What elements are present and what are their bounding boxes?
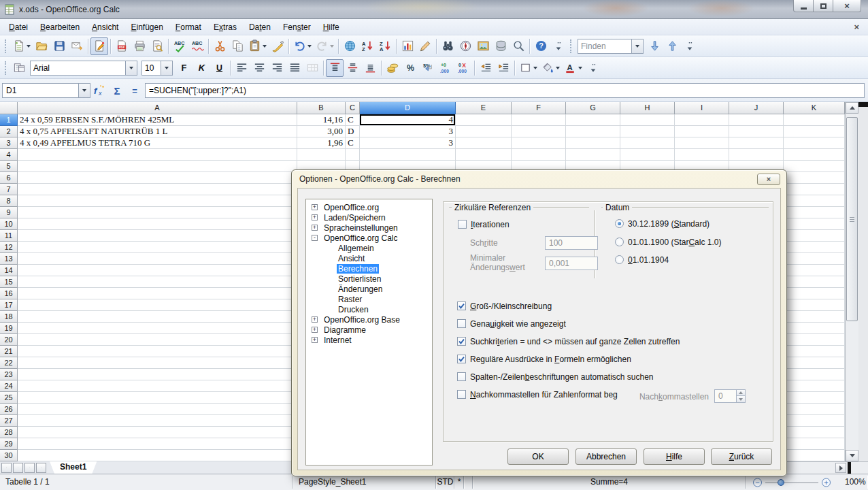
expand-icon[interactable]: + <box>312 204 318 210</box>
background-color-dropdown[interactable] <box>556 67 560 69</box>
font-color-button[interactable]: A <box>562 59 584 77</box>
cell-A3[interactable]: 4 x 0,49 APFELMUS TETRA 710 G <box>18 137 297 149</box>
tree-item-openoffice-org[interactable]: +OpenOffice.org <box>306 202 432 212</box>
cell-K23[interactable] <box>784 369 845 380</box>
cell-A8[interactable] <box>18 195 297 207</box>
minimize-button[interactable] <box>793 0 814 12</box>
cell-A27[interactable] <box>18 415 297 427</box>
date-radio-01-01-1904[interactable]: 01.01.1904 <box>615 255 669 265</box>
cell-K24[interactable] <box>784 380 845 392</box>
close-document-button[interactable]: × <box>850 21 863 33</box>
first-sheet-button[interactable] <box>1 463 12 473</box>
row-header-4[interactable]: 4 <box>0 149 18 161</box>
cell-K26[interactable] <box>784 404 845 415</box>
abbrechen-button[interactable]: Abbrechen <box>575 448 637 465</box>
font-name-input[interactable] <box>31 61 125 75</box>
row-header-16[interactable]: 16 <box>0 288 18 299</box>
status-selection-mode[interactable]: STD <box>437 476 454 489</box>
cell-A20[interactable] <box>18 334 297 346</box>
column-header-I[interactable]: I <box>675 102 729 114</box>
expand-icon[interactable]: + <box>312 316 318 323</box>
cell-K8[interactable] <box>784 195 845 207</box>
horizontal-scrollbar[interactable] <box>787 461 868 474</box>
overflow-button[interactable] <box>550 37 567 55</box>
cell-J4[interactable] <box>729 149 784 161</box>
checkbox-nachkommastellen-f-r-zahlenformat-beg[interactable]: Nachkommastellen für Zahlenformat beg <box>457 390 618 399</box>
valign-bottom-button[interactable] <box>361 59 379 77</box>
borders-dropdown[interactable] <box>533 67 537 69</box>
column-header-K[interactable]: K <box>784 102 845 114</box>
column-header-E[interactable]: E <box>456 102 512 114</box>
cell-G3[interactable] <box>566 137 620 149</box>
redo-dropdown[interactable] <box>330 45 334 48</box>
cell-K4[interactable] <box>784 149 845 161</box>
copy-button[interactable] <box>229 37 246 55</box>
cell-K5[interactable] <box>784 161 845 172</box>
align-justify-button[interactable] <box>286 59 303 77</box>
row-header-10[interactable]: 10 <box>0 218 18 230</box>
checkbox-genauigkeit-wie-angezeigt[interactable]: Genauigkeit wie angezeigt <box>457 319 566 329</box>
close-button[interactable]: × <box>833 0 861 12</box>
cell-K28[interactable] <box>784 427 845 438</box>
menu-extras[interactable]: Extras <box>207 20 243 35</box>
cell-A11[interactable] <box>18 230 297 242</box>
cell-A15[interactable] <box>18 276 297 288</box>
font-color-dropdown[interactable] <box>578 67 582 69</box>
tree-item-drucken[interactable]: Drucken <box>306 304 432 314</box>
italic-button[interactable]: K <box>193 59 210 77</box>
valign-top-button[interactable] <box>326 59 344 77</box>
tree-item-ansicht[interactable]: Ansicht <box>306 253 432 263</box>
grid-corner[interactable] <box>0 102 18 114</box>
find-down-button[interactable] <box>646 37 663 55</box>
cell-I2[interactable] <box>675 126 729 137</box>
scroll-right-button[interactable] <box>835 463 846 473</box>
scroll-up-button[interactable] <box>846 102 858 114</box>
column-header-B[interactable]: B <box>297 102 346 114</box>
column-header-H[interactable]: H <box>620 102 675 114</box>
zoom-slider[interactable]: − + <box>746 476 839 489</box>
menu-daten[interactable]: Daten <box>243 20 277 35</box>
find-dropdown-button[interactable] <box>631 39 643 53</box>
find-replace-button[interactable] <box>439 37 456 55</box>
cell-A26[interactable] <box>18 404 297 415</box>
font-name-dropdown-button[interactable] <box>125 61 137 75</box>
checkbox-suchkriterien-und-m-ssen-auf-ganze-zellen-zutreffen[interactable]: Suchkriterien = und <> müssen auf ganze … <box>457 337 680 346</box>
overflow-button[interactable] <box>681 37 698 55</box>
status-sum[interactable]: Summe=4 <box>473 476 746 489</box>
valign-center-button[interactable] <box>344 59 361 77</box>
row-header-24[interactable]: 24 <box>0 380 18 392</box>
toolbar-gripper[interactable] <box>5 39 7 53</box>
cell-A29[interactable] <box>18 438 297 450</box>
expand-icon[interactable]: + <box>312 327 318 333</box>
cell-A16[interactable] <box>18 288 297 299</box>
percent-button[interactable]: % <box>401 59 419 77</box>
cell-I3[interactable] <box>675 137 729 149</box>
previous-sheet-button[interactable] <box>13 463 23 473</box>
gallery-button[interactable] <box>474 37 492 55</box>
row-header-20[interactable]: 20 <box>0 334 18 346</box>
scroll-down-button[interactable] <box>846 450 858 461</box>
cell-A22[interactable] <box>18 357 297 369</box>
cell-A1[interactable]: 24 x 0,59 ERBSEN S.F./MÖHREN 425ML <box>18 114 297 126</box>
hyperlink-button[interactable] <box>341 37 358 55</box>
row-header-2[interactable]: 2 <box>0 126 18 137</box>
cell-F4[interactable] <box>512 149 566 161</box>
find-up-button[interactable] <box>663 37 681 55</box>
cell-K10[interactable] <box>784 218 845 230</box>
tree-item-internet[interactable]: +Internet <box>306 335 432 345</box>
cell-C4[interactable] <box>346 149 360 161</box>
tree-item-openoffice-org-calc[interactable]: -OpenOffice.org Calc <box>306 233 432 243</box>
cell-K7[interactable] <box>784 184 845 195</box>
cell-K9[interactable] <box>784 207 845 218</box>
cell-A6[interactable] <box>18 172 297 184</box>
cell-B1[interactable]: 14,16 <box>297 114 346 126</box>
expand-icon[interactable]: + <box>312 214 318 220</box>
cell-A12[interactable] <box>18 242 297 253</box>
cell-A28[interactable] <box>18 427 297 438</box>
sum-button[interactable]: Σ <box>108 82 126 99</box>
toolbar-gripper[interactable] <box>570 39 572 53</box>
add-decimal-button[interactable]: +0.000 <box>437 59 454 77</box>
cell-K27[interactable] <box>784 415 845 427</box>
help-button[interactable]: ? <box>532 37 550 55</box>
cut-button[interactable] <box>211 37 229 55</box>
